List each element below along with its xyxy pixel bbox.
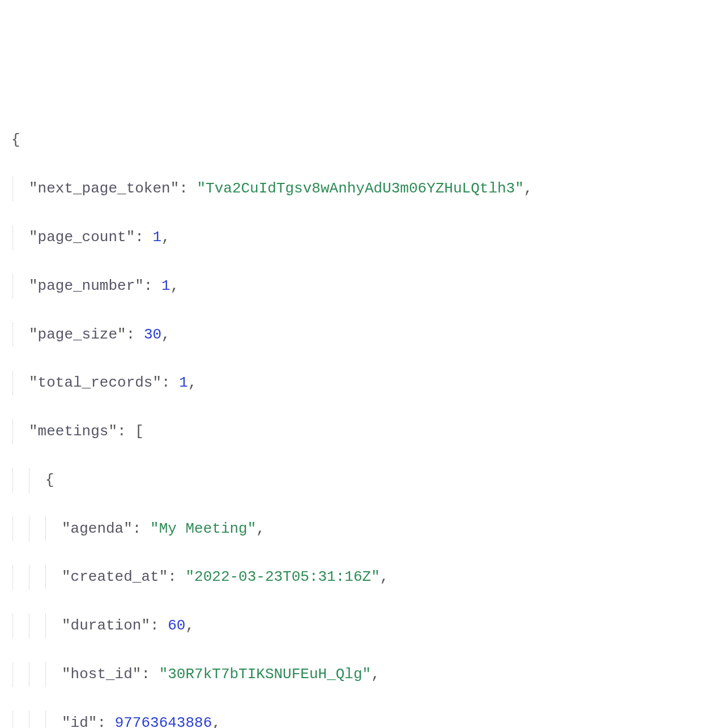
value-created-at: 2022-03-23T05:31:16Z [194,568,371,585]
line-duration: "duration": 60, [11,614,714,638]
line-total-records: "total_records": 1, [11,371,714,395]
value-agenda: My Meeting [159,520,248,537]
line-page-number: "page_number": 1, [11,274,714,298]
line-meetings-key: "meetings": [ [11,419,714,444]
value-total-records: 1 [179,374,188,391]
line-next-page-token: "next_page_token": "Tva2CuIdTgsv8wAnhyAd… [11,177,714,201]
json-code-block: { "next_page_token": "Tva2CuIdTgsv8wAnhy… [11,104,714,728]
value-next-page-token: Tva2CuIdTgsv8wAnhyAdU3m06YZHuLQtlh3 [206,180,515,197]
line-open-root: { [11,128,714,152]
line-page-count: "page_count": 1, [11,225,714,250]
line-page-size: "page_size": 30, [11,323,714,347]
value-page-number: 1 [161,277,170,294]
line-host-id: "host_id": "30R7kT7bTIKSNUFEuH_Qlg", [11,662,714,687]
open-brace: { [11,131,20,148]
value-page-count: 1 [152,229,161,246]
line-meeting-open: { [11,468,714,493]
line-created-at: "created_at": "2022-03-23T05:31:16Z", [11,565,714,589]
line-id: "id": 97763643886, [11,711,714,728]
value-host-id: 30R7kT7bTIKSNUFEuH_Qlg [168,666,362,683]
value-page-size: 30 [144,326,161,343]
value-id: 97763643886 [115,714,212,728]
value-duration: 60 [168,617,185,634]
line-agenda: "agenda": "My Meeting", [11,517,714,541]
